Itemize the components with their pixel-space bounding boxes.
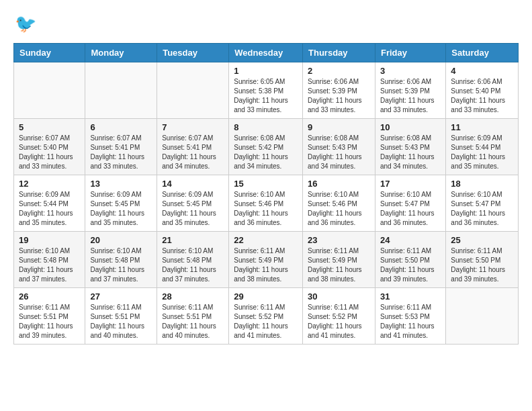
calendar-cell: 11Sunrise: 6:09 AM Sunset: 5:44 PM Dayli… — [446, 119, 519, 175]
day-number: 11 — [451, 122, 513, 132]
day-number: 21 — [162, 235, 224, 245]
calendar-cell: 17Sunrise: 6:10 AM Sunset: 5:47 PM Dayli… — [375, 175, 445, 232]
day-number: 31 — [380, 291, 441, 302]
calendar-cell: 13Sunrise: 6:09 AM Sunset: 5:45 PM Dayli… — [85, 175, 157, 232]
day-info: Sunrise: 6:09 AM Sunset: 5:44 PM Dayligh… — [451, 134, 513, 171]
calendar-header-tuesday: Tuesday — [157, 44, 229, 62]
day-number: 6 — [90, 122, 152, 132]
calendar-cell: 28Sunrise: 6:11 AM Sunset: 5:51 PM Dayli… — [157, 288, 229, 345]
day-info: Sunrise: 6:05 AM Sunset: 5:38 PM Dayligh… — [234, 77, 298, 115]
calendar-cell: 5Sunrise: 6:07 AM Sunset: 5:40 PM Daylig… — [14, 119, 85, 175]
svg-text:🐦: 🐦 — [15, 13, 37, 34]
day-info: Sunrise: 6:10 AM Sunset: 5:46 PM Dayligh… — [234, 190, 298, 228]
day-number: 24 — [380, 235, 441, 245]
calendar-cell: 4Sunrise: 6:06 AM Sunset: 5:40 PM Daylig… — [446, 62, 519, 119]
day-info: Sunrise: 6:11 AM Sunset: 5:51 PM Dayligh… — [162, 303, 224, 340]
day-info: Sunrise: 6:07 AM Sunset: 5:40 PM Dayligh… — [19, 134, 80, 171]
calendar-cell: 2Sunrise: 6:06 AM Sunset: 5:39 PM Daylig… — [303, 62, 375, 119]
day-number: 26 — [19, 291, 80, 302]
calendar-cell: 24Sunrise: 6:11 AM Sunset: 5:50 PM Dayli… — [375, 232, 445, 288]
calendar-cell: 22Sunrise: 6:11 AM Sunset: 5:49 PM Dayli… — [229, 232, 303, 288]
logo-icon: 🐦 — [13, 11, 39, 36]
day-number: 7 — [162, 122, 224, 132]
day-number: 5 — [19, 122, 80, 132]
day-info: Sunrise: 6:06 AM Sunset: 5:40 PM Dayligh… — [451, 77, 513, 115]
day-info: Sunrise: 6:11 AM Sunset: 5:52 PM Dayligh… — [234, 303, 298, 340]
day-info: Sunrise: 6:11 AM Sunset: 5:50 PM Dayligh… — [451, 246, 513, 284]
logo: 🐦 — [13, 11, 42, 36]
calendar-cell: 3Sunrise: 6:06 AM Sunset: 5:39 PM Daylig… — [375, 62, 445, 119]
calendar-cell: 1Sunrise: 6:05 AM Sunset: 5:38 PM Daylig… — [229, 62, 303, 119]
day-number: 19 — [19, 235, 80, 245]
day-info: Sunrise: 6:07 AM Sunset: 5:41 PM Dayligh… — [90, 134, 152, 171]
day-info: Sunrise: 6:09 AM Sunset: 5:45 PM Dayligh… — [90, 190, 152, 228]
calendar-cell: 20Sunrise: 6:10 AM Sunset: 5:48 PM Dayli… — [85, 232, 157, 288]
day-number: 22 — [234, 235, 298, 245]
calendar-cell: 25Sunrise: 6:11 AM Sunset: 5:50 PM Dayli… — [446, 232, 519, 288]
day-number: 23 — [308, 235, 370, 245]
calendar-cell: 8Sunrise: 6:08 AM Sunset: 5:42 PM Daylig… — [229, 119, 303, 175]
calendar-week-2: 12Sunrise: 6:09 AM Sunset: 5:44 PM Dayli… — [14, 175, 519, 232]
day-number: 18 — [451, 179, 513, 189]
day-number: 15 — [234, 179, 298, 189]
day-number: 20 — [90, 235, 152, 245]
day-info: Sunrise: 6:10 AM Sunset: 5:47 PM Dayligh… — [380, 190, 441, 228]
day-number: 17 — [380, 179, 441, 189]
calendar-cell: 10Sunrise: 6:08 AM Sunset: 5:43 PM Dayli… — [375, 119, 445, 175]
day-info: Sunrise: 6:11 AM Sunset: 5:50 PM Dayligh… — [380, 246, 441, 284]
calendar-cell: 31Sunrise: 6:11 AM Sunset: 5:53 PM Dayli… — [375, 288, 445, 345]
calendar-header-sunday: Sunday — [14, 44, 85, 62]
day-info: Sunrise: 6:11 AM Sunset: 5:52 PM Dayligh… — [308, 303, 370, 340]
day-info: Sunrise: 6:11 AM Sunset: 5:51 PM Dayligh… — [19, 303, 80, 340]
calendar-cell — [157, 62, 229, 119]
day-number: 8 — [234, 122, 298, 132]
calendar: SundayMondayTuesdayWednesdayThursdayFrid… — [13, 43, 519, 345]
calendar-cell: 14Sunrise: 6:09 AM Sunset: 5:45 PM Dayli… — [157, 175, 229, 232]
day-info: Sunrise: 6:07 AM Sunset: 5:41 PM Dayligh… — [162, 134, 224, 171]
day-number: 28 — [162, 291, 224, 302]
day-number: 25 — [451, 235, 513, 245]
page: 🐦 SundayMondayTuesdayWednesdayThursdayFr… — [0, 0, 532, 355]
calendar-header-row: SundayMondayTuesdayWednesdayThursdayFrid… — [14, 44, 519, 62]
day-number: 30 — [308, 291, 370, 302]
day-info: Sunrise: 6:11 AM Sunset: 5:49 PM Dayligh… — [234, 246, 298, 284]
calendar-cell: 18Sunrise: 6:10 AM Sunset: 5:47 PM Dayli… — [446, 175, 519, 232]
calendar-header-wednesday: Wednesday — [229, 44, 303, 62]
day-info: Sunrise: 6:09 AM Sunset: 5:45 PM Dayligh… — [162, 190, 224, 228]
day-number: 16 — [308, 179, 370, 189]
calendar-cell — [85, 62, 157, 119]
calendar-cell: 21Sunrise: 6:10 AM Sunset: 5:48 PM Dayli… — [157, 232, 229, 288]
day-number: 2 — [308, 66, 370, 76]
day-number: 1 — [234, 66, 298, 76]
day-info: Sunrise: 6:10 AM Sunset: 5:47 PM Dayligh… — [451, 190, 513, 228]
day-info: Sunrise: 6:10 AM Sunset: 5:46 PM Dayligh… — [308, 190, 370, 228]
calendar-cell: 29Sunrise: 6:11 AM Sunset: 5:52 PM Dayli… — [229, 288, 303, 345]
calendar-cell: 19Sunrise: 6:10 AM Sunset: 5:48 PM Dayli… — [14, 232, 85, 288]
day-info: Sunrise: 6:10 AM Sunset: 5:48 PM Dayligh… — [162, 246, 224, 284]
calendar-cell — [446, 288, 519, 345]
calendar-week-1: 5Sunrise: 6:07 AM Sunset: 5:40 PM Daylig… — [14, 119, 519, 175]
day-number: 12 — [19, 179, 80, 189]
day-number: 29 — [234, 291, 298, 302]
calendar-header-thursday: Thursday — [303, 44, 375, 62]
day-info: Sunrise: 6:10 AM Sunset: 5:48 PM Dayligh… — [90, 246, 152, 284]
day-info: Sunrise: 6:11 AM Sunset: 5:51 PM Dayligh… — [90, 303, 152, 340]
calendar-week-0: 1Sunrise: 6:05 AM Sunset: 5:38 PM Daylig… — [14, 62, 519, 119]
day-number: 4 — [451, 66, 513, 76]
calendar-cell: 16Sunrise: 6:10 AM Sunset: 5:46 PM Dayli… — [303, 175, 375, 232]
calendar-header-monday: Monday — [85, 44, 157, 62]
calendar-cell: 7Sunrise: 6:07 AM Sunset: 5:41 PM Daylig… — [157, 119, 229, 175]
day-info: Sunrise: 6:08 AM Sunset: 5:43 PM Dayligh… — [308, 134, 370, 171]
calendar-week-4: 26Sunrise: 6:11 AM Sunset: 5:51 PM Dayli… — [14, 288, 519, 345]
calendar-cell: 12Sunrise: 6:09 AM Sunset: 5:44 PM Dayli… — [14, 175, 85, 232]
day-number: 10 — [380, 122, 441, 132]
day-info: Sunrise: 6:10 AM Sunset: 5:48 PM Dayligh… — [19, 246, 80, 284]
header: 🐦 — [13, 11, 519, 36]
day-number: 13 — [90, 179, 152, 189]
day-number: 9 — [308, 122, 370, 132]
day-info: Sunrise: 6:08 AM Sunset: 5:42 PM Dayligh… — [234, 134, 298, 171]
calendar-cell: 9Sunrise: 6:08 AM Sunset: 5:43 PM Daylig… — [303, 119, 375, 175]
calendar-week-3: 19Sunrise: 6:10 AM Sunset: 5:48 PM Dayli… — [14, 232, 519, 288]
calendar-header-friday: Friday — [375, 44, 445, 62]
day-info: Sunrise: 6:09 AM Sunset: 5:44 PM Dayligh… — [19, 190, 80, 228]
